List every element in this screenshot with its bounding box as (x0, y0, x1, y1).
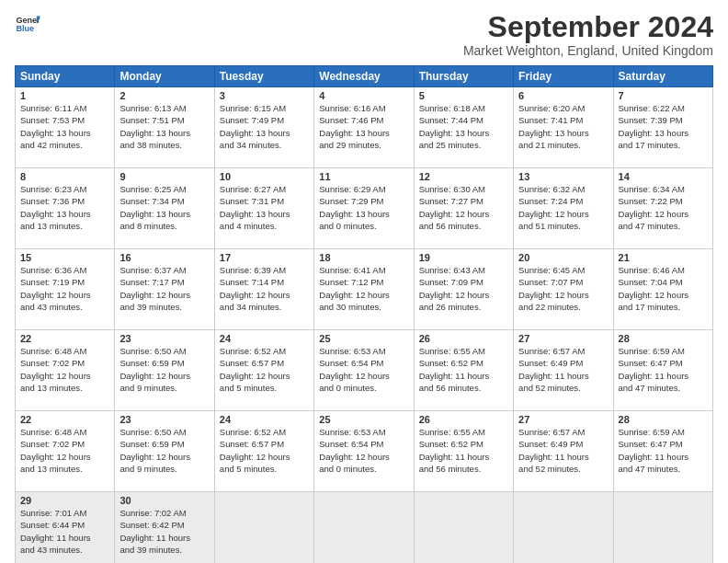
col-saturday: Saturday (613, 66, 712, 87)
week-row: 1Sunrise: 6:11 AMSunset: 7:53 PMDaylight… (16, 87, 713, 168)
col-sunday: Sunday (16, 66, 115, 87)
table-row: 23Sunrise: 6:50 AMSunset: 6:59 PMDayligh… (115, 330, 214, 411)
table-row: 22Sunrise: 6:48 AMSunset: 7:02 PMDayligh… (16, 330, 115, 411)
calendar-table: Sunday Monday Tuesday Wednesday Thursday… (15, 65, 713, 563)
logo: General Blue (15, 11, 40, 37)
table-row: 16Sunrise: 6:37 AMSunset: 7:17 PMDayligh… (115, 249, 214, 330)
table-row: 8Sunrise: 6:23 AMSunset: 7:36 PMDaylight… (16, 168, 115, 249)
table-row: 6Sunrise: 6:20 AMSunset: 7:41 PMDaylight… (514, 87, 613, 168)
col-friday: Friday (514, 66, 613, 87)
table-row: 23Sunrise: 6:50 AMSunset: 6:59 PMDayligh… (115, 411, 214, 492)
table-row: 22Sunrise: 6:48 AMSunset: 7:02 PMDayligh… (16, 411, 115, 492)
header-row: Sunday Monday Tuesday Wednesday Thursday… (16, 66, 713, 87)
table-row (414, 492, 513, 563)
table-row: 13Sunrise: 6:32 AMSunset: 7:24 PMDayligh… (514, 168, 613, 249)
table-row: 25Sunrise: 6:53 AMSunset: 6:54 PMDayligh… (314, 411, 414, 492)
table-row: 1Sunrise: 6:11 AMSunset: 7:53 PMDaylight… (16, 87, 115, 168)
col-wednesday: Wednesday (314, 66, 414, 87)
title-block: September 2024 Market Weighton, England,… (463, 11, 713, 58)
table-row: 28Sunrise: 6:59 AMSunset: 6:47 PMDayligh… (613, 330, 712, 411)
week-row: 22Sunrise: 6:48 AMSunset: 7:02 PMDayligh… (16, 330, 713, 411)
table-row: 21Sunrise: 6:46 AMSunset: 7:04 PMDayligh… (613, 249, 712, 330)
table-row: 18Sunrise: 6:41 AMSunset: 7:12 PMDayligh… (314, 249, 414, 330)
header: General Blue September 2024 Market Weigh… (15, 11, 713, 58)
table-row (613, 492, 712, 563)
table-row: 30Sunrise: 7:02 AMSunset: 6:42 PMDayligh… (115, 492, 214, 563)
table-row: 26Sunrise: 6:55 AMSunset: 6:52 PMDayligh… (414, 411, 513, 492)
col-thursday: Thursday (414, 66, 513, 87)
table-row: 4Sunrise: 6:16 AMSunset: 7:46 PMDaylight… (314, 87, 414, 168)
table-row: 24Sunrise: 6:52 AMSunset: 6:57 PMDayligh… (214, 330, 313, 411)
table-row: 3Sunrise: 6:15 AMSunset: 7:49 PMDaylight… (214, 87, 313, 168)
table-row: 26Sunrise: 6:55 AMSunset: 6:52 PMDayligh… (414, 330, 513, 411)
table-row: 5Sunrise: 6:18 AMSunset: 7:44 PMDaylight… (414, 87, 513, 168)
table-row: 28Sunrise: 6:59 AMSunset: 6:47 PMDayligh… (613, 411, 712, 492)
table-row: 9Sunrise: 6:25 AMSunset: 7:34 PMDaylight… (115, 168, 214, 249)
table-row: 17Sunrise: 6:39 AMSunset: 7:14 PMDayligh… (214, 249, 313, 330)
table-row (514, 492, 613, 563)
week-row: 8Sunrise: 6:23 AMSunset: 7:36 PMDaylight… (16, 168, 713, 249)
table-row: 24Sunrise: 6:52 AMSunset: 6:57 PMDayligh… (214, 411, 313, 492)
table-row: 14Sunrise: 6:34 AMSunset: 7:22 PMDayligh… (613, 168, 712, 249)
table-row: 7Sunrise: 6:22 AMSunset: 7:39 PMDaylight… (613, 87, 712, 168)
table-row: 2Sunrise: 6:13 AMSunset: 7:51 PMDaylight… (115, 87, 214, 168)
week-row-last: 29Sunrise: 7:01 AMSunset: 6:44 PMDayligh… (16, 492, 713, 563)
table-row: 27Sunrise: 6:57 AMSunset: 6:49 PMDayligh… (514, 411, 613, 492)
month-title: September 2024 (463, 11, 713, 43)
page: General Blue September 2024 Market Weigh… (0, 0, 728, 563)
table-row: 20Sunrise: 6:45 AMSunset: 7:07 PMDayligh… (514, 249, 613, 330)
week-row: 15Sunrise: 6:36 AMSunset: 7:19 PMDayligh… (16, 249, 713, 330)
svg-text:Blue: Blue (16, 24, 34, 33)
table-row: 19Sunrise: 6:43 AMSunset: 7:09 PMDayligh… (414, 249, 513, 330)
table-row: 11Sunrise: 6:29 AMSunset: 7:29 PMDayligh… (314, 168, 414, 249)
table-row (314, 492, 414, 563)
table-row: 27Sunrise: 6:57 AMSunset: 6:49 PMDayligh… (514, 330, 613, 411)
col-monday: Monday (115, 66, 214, 87)
table-row: 15Sunrise: 6:36 AMSunset: 7:19 PMDayligh… (16, 249, 115, 330)
logo-icon: General Blue (15, 11, 40, 37)
col-tuesday: Tuesday (214, 66, 313, 87)
table-row: 25Sunrise: 6:53 AMSunset: 6:54 PMDayligh… (314, 330, 414, 411)
table-row (214, 492, 313, 563)
table-row: 29Sunrise: 7:01 AMSunset: 6:44 PMDayligh… (16, 492, 115, 563)
location: Market Weighton, England, United Kingdom (463, 43, 713, 58)
table-row: 10Sunrise: 6:27 AMSunset: 7:31 PMDayligh… (214, 168, 313, 249)
week-row: 22Sunrise: 6:48 AMSunset: 7:02 PMDayligh… (16, 411, 713, 492)
table-row: 12Sunrise: 6:30 AMSunset: 7:27 PMDayligh… (414, 168, 513, 249)
